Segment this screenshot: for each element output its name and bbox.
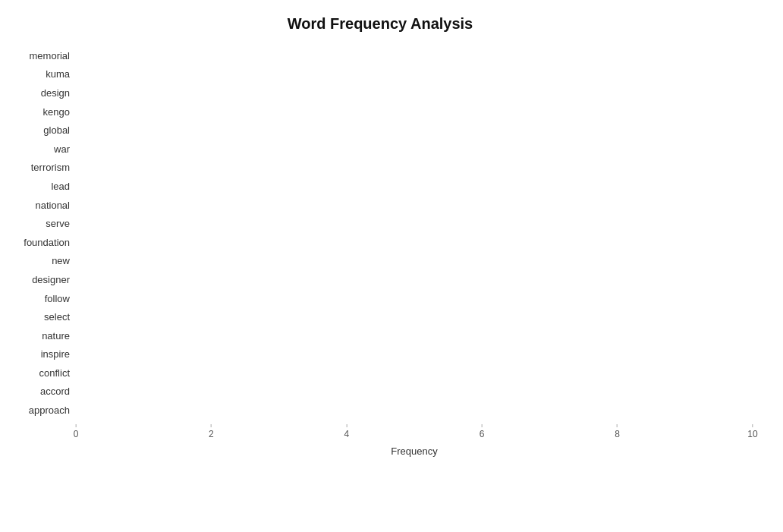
x-tick: 2 xyxy=(209,424,214,439)
bar-label: lead xyxy=(8,181,76,192)
chart-title: Word Frequency Analysis xyxy=(8,15,753,33)
bar-row: new xyxy=(8,252,753,271)
bar-label: nature xyxy=(8,330,76,342)
bar-label: global xyxy=(8,124,76,136)
bar-row: war xyxy=(8,140,753,159)
bar-row: kengo xyxy=(8,102,753,121)
x-tick: 4 xyxy=(344,424,349,439)
bar-label: kuma xyxy=(8,68,76,80)
bar-row: global xyxy=(8,121,753,140)
bar-row: national xyxy=(8,196,753,215)
x-tick: 10 xyxy=(747,424,757,439)
bar-row: conflict xyxy=(8,364,753,382)
bar-row: memorial xyxy=(8,46,753,65)
bar-label: national xyxy=(8,200,76,211)
bar-row: serve xyxy=(8,214,753,233)
x-tick-label: 6 xyxy=(480,429,485,439)
bar-label: follow xyxy=(8,293,76,304)
x-axis-label: Frequency xyxy=(76,445,753,457)
bar-row: select xyxy=(8,307,753,326)
chart-container: Word Frequency Analysis memorialkumadesi… xyxy=(0,0,783,532)
bars-section: memorialkumadesignkengoglobalwarterroris… xyxy=(8,46,753,420)
x-tick-label: 2 xyxy=(209,429,214,439)
bar-label: new xyxy=(8,255,76,266)
chart-area: memorialkumadesignkengoglobalwarterroris… xyxy=(8,46,753,457)
bar-row: lead xyxy=(8,177,753,196)
bar-row: follow xyxy=(8,289,753,308)
bar-row: designer xyxy=(8,270,753,289)
x-tick: 0 xyxy=(74,424,79,439)
bar-row: design xyxy=(8,83,753,102)
bar-label: inspire xyxy=(8,348,76,360)
bar-label: conflict xyxy=(8,367,76,379)
x-tick-label: 10 xyxy=(747,429,757,439)
bar-row: accord xyxy=(8,382,753,401)
bar-row: inspire xyxy=(8,345,753,364)
bar-label: approach xyxy=(8,405,76,416)
bar-label: select xyxy=(8,311,76,323)
bar-label: serve xyxy=(8,218,76,229)
bar-label: kengo xyxy=(8,106,76,118)
bar-row: nature xyxy=(8,326,753,345)
bar-row: kuma xyxy=(8,65,753,84)
bar-label: designer xyxy=(8,274,76,285)
x-axis: 0246810 xyxy=(76,424,753,442)
bar-row: approach xyxy=(8,401,753,420)
x-tick-label: 4 xyxy=(344,429,349,439)
bar-row: terrorism xyxy=(8,159,753,178)
bar-row: foundation xyxy=(8,233,753,252)
bar-label: design xyxy=(8,87,76,99)
x-tick: 6 xyxy=(480,424,485,439)
bar-label: foundation xyxy=(8,237,76,248)
x-tick-label: 8 xyxy=(615,429,620,439)
bar-label: war xyxy=(8,143,76,155)
bar-label: terrorism xyxy=(8,162,76,173)
bar-label: accord xyxy=(8,386,76,397)
x-tick-label: 0 xyxy=(74,429,79,439)
x-tick: 8 xyxy=(615,424,620,439)
bar-label: memorial xyxy=(8,50,76,61)
